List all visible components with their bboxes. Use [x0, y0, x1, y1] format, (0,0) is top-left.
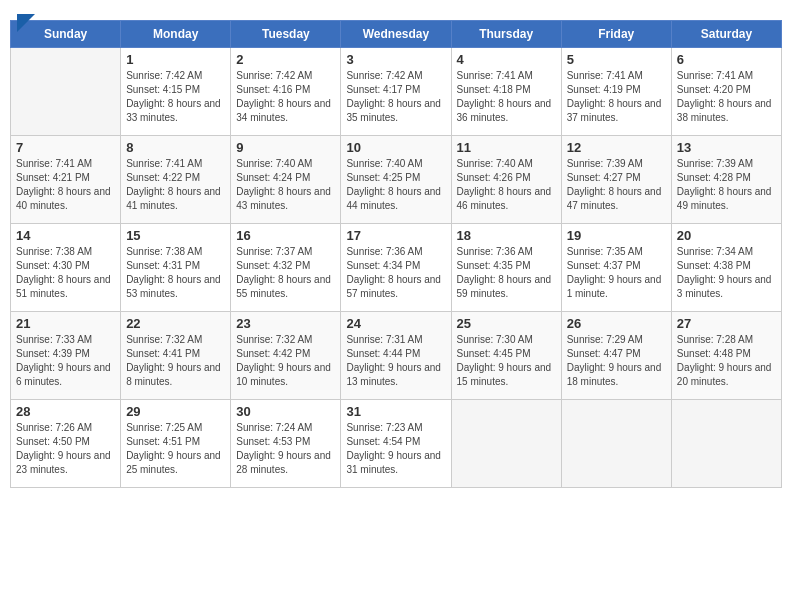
weekday-header: Thursday [451, 21, 561, 48]
day-info: Sunrise: 7:37 AMSunset: 4:32 PMDaylight:… [236, 245, 335, 301]
calendar-table: SundayMondayTuesdayWednesdayThursdayFrid… [10, 20, 782, 488]
day-number: 27 [677, 316, 776, 331]
day-number: 18 [457, 228, 556, 243]
day-info: Sunrise: 7:36 AMSunset: 4:35 PMDaylight:… [457, 245, 556, 301]
day-number: 9 [236, 140, 335, 155]
calendar-week-row: 28Sunrise: 7:26 AMSunset: 4:50 PMDayligh… [11, 400, 782, 488]
calendar-week-row: 7Sunrise: 7:41 AMSunset: 4:21 PMDaylight… [11, 136, 782, 224]
day-number: 12 [567, 140, 666, 155]
day-info: Sunrise: 7:41 AMSunset: 4:18 PMDaylight:… [457, 69, 556, 125]
calendar-cell: 20Sunrise: 7:34 AMSunset: 4:38 PMDayligh… [671, 224, 781, 312]
day-number: 22 [126, 316, 225, 331]
day-info: Sunrise: 7:36 AMSunset: 4:34 PMDaylight:… [346, 245, 445, 301]
calendar-cell: 17Sunrise: 7:36 AMSunset: 4:34 PMDayligh… [341, 224, 451, 312]
day-number: 15 [126, 228, 225, 243]
calendar-cell: 29Sunrise: 7:25 AMSunset: 4:51 PMDayligh… [121, 400, 231, 488]
day-number: 7 [16, 140, 115, 155]
day-info: Sunrise: 7:41 AMSunset: 4:19 PMDaylight:… [567, 69, 666, 125]
day-info: Sunrise: 7:39 AMSunset: 4:27 PMDaylight:… [567, 157, 666, 213]
calendar-cell [671, 400, 781, 488]
calendar-cell: 18Sunrise: 7:36 AMSunset: 4:35 PMDayligh… [451, 224, 561, 312]
day-number: 23 [236, 316, 335, 331]
calendar-cell: 1Sunrise: 7:42 AMSunset: 4:15 PMDaylight… [121, 48, 231, 136]
day-number: 11 [457, 140, 556, 155]
day-number: 17 [346, 228, 445, 243]
day-info: Sunrise: 7:30 AMSunset: 4:45 PMDaylight:… [457, 333, 556, 389]
calendar-cell: 30Sunrise: 7:24 AMSunset: 4:53 PMDayligh… [231, 400, 341, 488]
day-info: Sunrise: 7:31 AMSunset: 4:44 PMDaylight:… [346, 333, 445, 389]
calendar-cell: 8Sunrise: 7:41 AMSunset: 4:22 PMDaylight… [121, 136, 231, 224]
calendar-cell [451, 400, 561, 488]
day-number: 8 [126, 140, 225, 155]
calendar-cell: 13Sunrise: 7:39 AMSunset: 4:28 PMDayligh… [671, 136, 781, 224]
logo-arrow-icon [17, 14, 35, 32]
day-number: 31 [346, 404, 445, 419]
calendar-cell: 22Sunrise: 7:32 AMSunset: 4:41 PMDayligh… [121, 312, 231, 400]
calendar-cell: 14Sunrise: 7:38 AMSunset: 4:30 PMDayligh… [11, 224, 121, 312]
calendar-cell: 9Sunrise: 7:40 AMSunset: 4:24 PMDaylight… [231, 136, 341, 224]
day-info: Sunrise: 7:41 AMSunset: 4:21 PMDaylight:… [16, 157, 115, 213]
day-info: Sunrise: 7:26 AMSunset: 4:50 PMDaylight:… [16, 421, 115, 477]
day-number: 29 [126, 404, 225, 419]
calendar-cell: 23Sunrise: 7:32 AMSunset: 4:42 PMDayligh… [231, 312, 341, 400]
calendar-header-row: SundayMondayTuesdayWednesdayThursdayFrid… [11, 21, 782, 48]
calendar-cell: 19Sunrise: 7:35 AMSunset: 4:37 PMDayligh… [561, 224, 671, 312]
calendar-cell: 31Sunrise: 7:23 AMSunset: 4:54 PMDayligh… [341, 400, 451, 488]
calendar-cell: 24Sunrise: 7:31 AMSunset: 4:44 PMDayligh… [341, 312, 451, 400]
calendar-cell: 11Sunrise: 7:40 AMSunset: 4:26 PMDayligh… [451, 136, 561, 224]
day-info: Sunrise: 7:38 AMSunset: 4:30 PMDaylight:… [16, 245, 115, 301]
calendar-cell: 7Sunrise: 7:41 AMSunset: 4:21 PMDaylight… [11, 136, 121, 224]
calendar-cell: 4Sunrise: 7:41 AMSunset: 4:18 PMDaylight… [451, 48, 561, 136]
day-info: Sunrise: 7:40 AMSunset: 4:25 PMDaylight:… [346, 157, 445, 213]
day-info: Sunrise: 7:33 AMSunset: 4:39 PMDaylight:… [16, 333, 115, 389]
day-info: Sunrise: 7:40 AMSunset: 4:26 PMDaylight:… [457, 157, 556, 213]
day-number: 28 [16, 404, 115, 419]
calendar-cell: 15Sunrise: 7:38 AMSunset: 4:31 PMDayligh… [121, 224, 231, 312]
calendar-cell: 10Sunrise: 7:40 AMSunset: 4:25 PMDayligh… [341, 136, 451, 224]
calendar-cell: 3Sunrise: 7:42 AMSunset: 4:17 PMDaylight… [341, 48, 451, 136]
day-number: 5 [567, 52, 666, 67]
calendar-cell: 21Sunrise: 7:33 AMSunset: 4:39 PMDayligh… [11, 312, 121, 400]
svg-marker-0 [17, 14, 35, 32]
day-number: 16 [236, 228, 335, 243]
day-number: 1 [126, 52, 225, 67]
calendar-week-row: 14Sunrise: 7:38 AMSunset: 4:30 PMDayligh… [11, 224, 782, 312]
day-number: 14 [16, 228, 115, 243]
weekday-header: Friday [561, 21, 671, 48]
day-info: Sunrise: 7:24 AMSunset: 4:53 PMDaylight:… [236, 421, 335, 477]
day-info: Sunrise: 7:42 AMSunset: 4:16 PMDaylight:… [236, 69, 335, 125]
calendar-week-row: 21Sunrise: 7:33 AMSunset: 4:39 PMDayligh… [11, 312, 782, 400]
calendar-cell: 26Sunrise: 7:29 AMSunset: 4:47 PMDayligh… [561, 312, 671, 400]
day-number: 20 [677, 228, 776, 243]
day-info: Sunrise: 7:34 AMSunset: 4:38 PMDaylight:… [677, 245, 776, 301]
day-number: 4 [457, 52, 556, 67]
day-info: Sunrise: 7:23 AMSunset: 4:54 PMDaylight:… [346, 421, 445, 477]
day-number: 21 [16, 316, 115, 331]
day-info: Sunrise: 7:32 AMSunset: 4:42 PMDaylight:… [236, 333, 335, 389]
calendar-cell: 25Sunrise: 7:30 AMSunset: 4:45 PMDayligh… [451, 312, 561, 400]
day-info: Sunrise: 7:38 AMSunset: 4:31 PMDaylight:… [126, 245, 225, 301]
day-number: 6 [677, 52, 776, 67]
day-info: Sunrise: 7:41 AMSunset: 4:20 PMDaylight:… [677, 69, 776, 125]
calendar-cell: 27Sunrise: 7:28 AMSunset: 4:48 PMDayligh… [671, 312, 781, 400]
day-number: 10 [346, 140, 445, 155]
calendar-cell: 5Sunrise: 7:41 AMSunset: 4:19 PMDaylight… [561, 48, 671, 136]
day-info: Sunrise: 7:28 AMSunset: 4:48 PMDaylight:… [677, 333, 776, 389]
day-info: Sunrise: 7:25 AMSunset: 4:51 PMDaylight:… [126, 421, 225, 477]
day-number: 30 [236, 404, 335, 419]
day-info: Sunrise: 7:41 AMSunset: 4:22 PMDaylight:… [126, 157, 225, 213]
weekday-header: Saturday [671, 21, 781, 48]
day-number: 13 [677, 140, 776, 155]
day-number: 26 [567, 316, 666, 331]
day-number: 19 [567, 228, 666, 243]
day-number: 3 [346, 52, 445, 67]
calendar-cell [11, 48, 121, 136]
calendar-cell: 6Sunrise: 7:41 AMSunset: 4:20 PMDaylight… [671, 48, 781, 136]
day-info: Sunrise: 7:42 AMSunset: 4:17 PMDaylight:… [346, 69, 445, 125]
calendar-week-row: 1Sunrise: 7:42 AMSunset: 4:15 PMDaylight… [11, 48, 782, 136]
day-info: Sunrise: 7:32 AMSunset: 4:41 PMDaylight:… [126, 333, 225, 389]
day-number: 25 [457, 316, 556, 331]
day-info: Sunrise: 7:42 AMSunset: 4:15 PMDaylight:… [126, 69, 225, 125]
calendar-cell [561, 400, 671, 488]
day-number: 2 [236, 52, 335, 67]
